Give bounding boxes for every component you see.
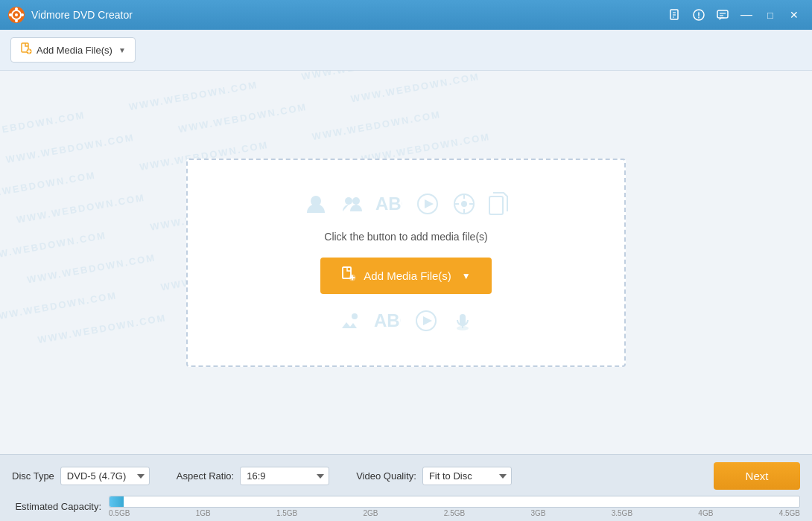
drop-zone-prompt: Click the button to add media file(s) — [324, 231, 487, 243]
next-button[interactable]: Next — [714, 462, 800, 490]
chat-icon-btn[interactable] — [712, 4, 733, 25]
add-media-toolbar-label: Add Media File(s) — [37, 45, 112, 56]
document-icon-btn[interactable] — [664, 4, 685, 25]
drop-zone-bottom-icons: ABC — [338, 309, 474, 333]
video-quality-label: Video Quality: — [356, 470, 416, 482]
capacity-bar-wrapper: 0.5GB 1GB 1.5GB 2GB 2.5GB 3GB 3.5GB 4GB … — [109, 496, 800, 517]
disc-type-select[interactable]: DVD-5 (4.7G) DVD-9 (8.5G) DVD+R Blu-ray … — [60, 467, 150, 485]
add-media-drop-label: Add Media File(s) — [364, 269, 451, 282]
svg-rect-12 — [717, 10, 728, 18]
svg-point-26 — [461, 201, 467, 207]
app-title: Vidmore DVD Creator — [31, 9, 664, 21]
add-file-drop-icon — [341, 266, 356, 285]
video-quality-select[interactable]: Fit to Disc High Medium Low — [422, 467, 512, 485]
maximize-button[interactable]: □ — [760, 4, 781, 25]
drop-zone: ABC Click the button to add media file(s… — [186, 159, 626, 367]
svg-marker-24 — [425, 199, 434, 208]
svg-point-2 — [15, 13, 18, 16]
svg-text:ABC: ABC — [374, 310, 401, 330]
svg-text:ABC: ABC — [375, 194, 402, 214]
svg-point-5 — [9, 13, 12, 16]
title-bar: Vidmore DVD Creator — □ ✕ — [0, 0, 812, 30]
aspect-ratio-group: Aspect Ratio: 16:9 4:3 — [177, 467, 329, 485]
bottom-controls: Disc Type DVD-5 (4.7G) DVD-9 (8.5G) DVD+… — [12, 462, 800, 490]
aspect-ratio-select[interactable]: 16:9 4:3 — [240, 467, 329, 485]
capacity-ticks: 0.5GB 1GB 1.5GB 2GB 2.5GB 3GB 3.5GB 4GB … — [109, 508, 800, 517]
app-logo — [7, 6, 25, 24]
toolbar: Add Media File(s) ▼ — [0, 30, 812, 71]
add-file-icon — [20, 42, 32, 57]
add-media-toolbar-button[interactable]: Add Media File(s) ▼ — [10, 37, 136, 63]
close-button[interactable]: ✕ — [784, 4, 805, 25]
svg-point-21 — [352, 197, 360, 205]
svg-point-36 — [352, 313, 358, 319]
disc-type-group: Disc Type DVD-5 (4.7G) DVD-9 (8.5G) DVD+… — [12, 467, 150, 485]
disc-type-label: Disc Type — [12, 470, 54, 482]
svg-point-4 — [15, 19, 18, 22]
window-controls: — □ ✕ — [664, 4, 805, 25]
minimize-button[interactable]: — — [736, 4, 757, 25]
video-quality-group: Video Quality: Fit to Disc High Medium L… — [356, 467, 512, 485]
aspect-ratio-label: Aspect Ratio: — [177, 470, 234, 482]
capacity-label: Estimated Capacity: — [12, 501, 101, 512]
svg-marker-39 — [423, 316, 432, 325]
toolbar-dropdown-arrow: ▼ — [118, 46, 126, 54]
svg-point-6 — [21, 13, 24, 16]
bottom-bar: Disc Type DVD-5 (4.7G) DVD-9 (8.5G) DVD+… — [0, 454, 812, 521]
drop-zone-dropdown-arrow: ▼ — [462, 271, 471, 281]
add-media-drop-zone-button[interactable]: Add Media File(s) ▼ — [320, 258, 491, 294]
svg-point-20 — [345, 197, 352, 205]
capacity-bar-container — [109, 496, 800, 508]
capacity-bar-fill — [110, 496, 124, 507]
main-content: WWW.WEBDOWN.COMWWW.WEBDOWN.COMWWW.WEBDOW… — [0, 71, 812, 454]
feedback-icon-btn[interactable] — [688, 4, 709, 25]
drop-zone-top-icons: ABC — [304, 192, 508, 216]
svg-point-3 — [15, 7, 18, 10]
svg-rect-31 — [489, 196, 503, 214]
capacity-row: Estimated Capacity: 0.5GB 1GB 1.5GB 2GB … — [12, 496, 800, 517]
